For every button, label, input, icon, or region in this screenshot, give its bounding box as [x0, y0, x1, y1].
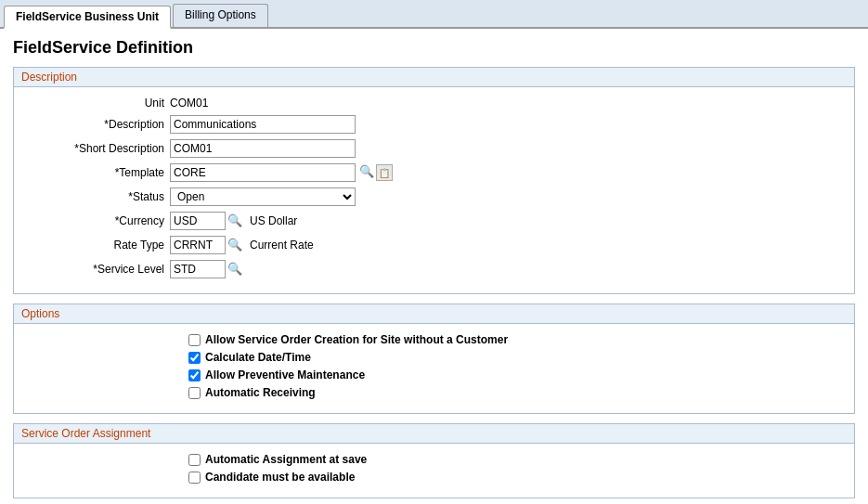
checkbox-row-2: Allow Preventive Maintenance: [21, 368, 847, 381]
service-order-assignment-body: Automatic Assignment at save Candidate m…: [14, 444, 854, 498]
rate-type-side-label: Current Rate: [250, 239, 314, 252]
checkbox-row-auto-assign: Automatic Assignment at save: [21, 453, 847, 466]
page-title: FieldService Definition: [13, 38, 855, 58]
service-level-input[interactable]: [170, 260, 226, 278]
description-section-header: Description: [14, 68, 854, 87]
tab-fieldservice-business-unit[interactable]: FieldService Business Unit: [4, 6, 171, 29]
currency-row: *Currency 🔍 US Dollar: [21, 212, 847, 230]
options-section-body: Allow Service Order Creation for Site wi…: [14, 324, 854, 413]
service-level-row: *Service Level 🔍: [21, 260, 847, 278]
short-description-label: *Short Description: [21, 142, 170, 155]
currency-label: *Currency: [21, 214, 170, 227]
status-row: *Status Open Closed Inactive: [21, 187, 847, 206]
short-description-row: *Short Description: [21, 139, 847, 158]
description-label: *Description: [21, 118, 170, 131]
rate-type-label: Rate Type: [21, 239, 170, 252]
checkbox-allow-preventive[interactable]: [188, 369, 201, 381]
rate-type-lookup-icon[interactable]: 🔍: [227, 238, 242, 252]
tab-billing-options[interactable]: Billing Options: [173, 4, 268, 27]
checkbox-candidate-available-label: Candidate must be available: [205, 471, 355, 484]
options-section-header: Options: [14, 304, 854, 324]
short-description-input[interactable]: [170, 139, 356, 158]
page-content: FieldService Definition Description Unit…: [0, 29, 868, 504]
unit-value: COM01: [170, 97, 208, 110]
rate-type-row: Rate Type 🔍 Current Rate: [21, 236, 847, 254]
currency-input[interactable]: [170, 212, 226, 230]
description-section: Description Unit COM01 *Description *Sho…: [13, 67, 855, 294]
checkbox-row-candidate: Candidate must be available: [21, 471, 847, 484]
checkbox-allow-preventive-label: Allow Preventive Maintenance: [205, 368, 365, 381]
checkbox-candidate-available[interactable]: [188, 472, 201, 484]
tabs-bar: FieldService Business Unit Billing Optio…: [0, 0, 868, 29]
rate-type-input[interactable]: [170, 236, 226, 254]
unit-row: Unit COM01: [21, 97, 847, 110]
currency-lookup-icon[interactable]: 🔍: [227, 213, 242, 228]
checkbox-auto-assign-label: Automatic Assignment at save: [205, 453, 367, 466]
checkbox-automatic-receiving-label: Automatic Receiving: [205, 386, 316, 399]
service-level-lookup-icon[interactable]: 🔍: [227, 262, 242, 277]
checkbox-allow-service-order-label: Allow Service Order Creation for Site wi…: [205, 333, 508, 346]
service-order-assignment-header: Service Order Assignment: [14, 424, 854, 444]
checkbox-row-0: Allow Service Order Creation for Site wi…: [21, 333, 847, 346]
checkbox-row-3: Automatic Receiving: [21, 386, 847, 399]
checkbox-row-1: Calculate Date/Time: [21, 351, 847, 364]
status-label: *Status: [21, 190, 170, 203]
description-section-body: Unit COM01 *Description *Short Descripti…: [14, 87, 854, 293]
template-extra-icon[interactable]: 📋: [376, 164, 393, 181]
options-section: Options Allow Service Order Creation for…: [13, 304, 855, 414]
currency-side-label: US Dollar: [250, 214, 297, 227]
checkbox-automatic-receiving[interactable]: [188, 387, 201, 399]
service-level-label: *Service Level: [21, 263, 170, 276]
template-label: *Template: [21, 166, 170, 179]
template-input[interactable]: [170, 163, 356, 182]
checkbox-allow-service-order[interactable]: [188, 334, 201, 346]
checkbox-calculate-datetime-label: Calculate Date/Time: [205, 351, 311, 364]
unit-label: Unit: [21, 97, 170, 110]
checkbox-auto-assign[interactable]: [188, 454, 201, 466]
template-row: *Template 🔍 📋: [21, 163, 847, 182]
template-icons: 🔍 📋: [357, 164, 393, 181]
service-order-assignment-section: Service Order Assignment Automatic Assig…: [13, 423, 855, 498]
checkbox-calculate-datetime[interactable]: [188, 352, 201, 364]
description-input[interactable]: [170, 115, 356, 134]
status-select[interactable]: Open Closed Inactive: [170, 187, 356, 206]
template-lookup-icon[interactable]: 🔍: [359, 164, 374, 179]
description-row: *Description: [21, 115, 847, 134]
